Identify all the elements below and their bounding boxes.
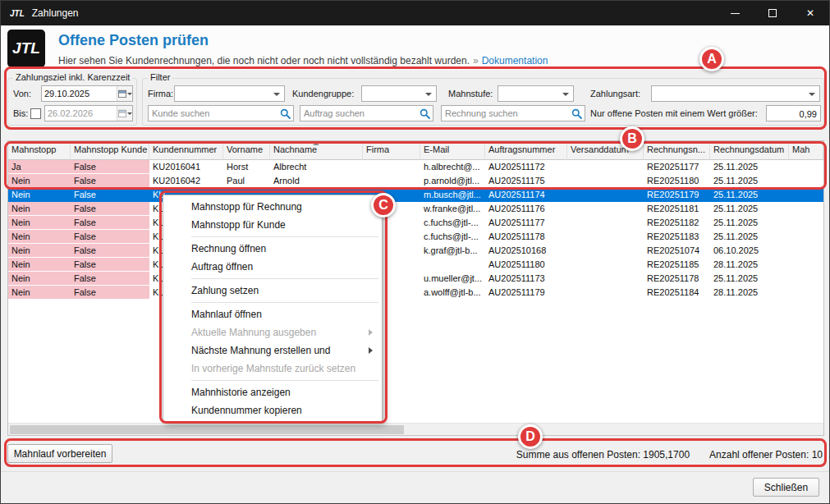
column-header[interactable]: Auftragsnummer [485, 141, 567, 160]
chevron-down-icon [273, 93, 280, 96]
bis-calendar-button[interactable] [117, 106, 132, 121]
kunde-search-input[interactable] [149, 108, 277, 118]
footer-divider [1, 471, 829, 472]
context-menu-item[interactable]: Zahlung setzen [164, 282, 381, 300]
menu-item-label: Mahnstopp für Kunde [191, 219, 286, 231]
table-body: JaFalseKU2016041HorstAlbrechth.albrecht@… [8, 160, 823, 300]
column-header[interactable]: Nachname [270, 141, 363, 160]
close-button[interactable]: ✕ [791, 1, 829, 25]
table-cell: AU202511175 [485, 174, 567, 188]
context-menu-item[interactable]: Mahnlauf öffnen [164, 305, 381, 323]
count-label: Anzahl offener Posten: [709, 449, 809, 460]
table-cell: RE20251182 [644, 216, 710, 230]
rechnung-search-input[interactable] [442, 108, 569, 118]
table-cell: False [71, 286, 149, 300]
table-cell [567, 174, 644, 188]
context-menu-item[interactable]: Mahnhistorie anzeigen [164, 383, 381, 401]
menu-item-label: Auftrag öffnen [191, 261, 253, 273]
column-header[interactable]: Mahnstopp [8, 141, 71, 160]
table-cell: Nein [8, 216, 71, 230]
table-row[interactable]: NeinFalseKUm.busch@jtl...AU202511174RE20… [8, 188, 823, 202]
table-cell: 25.11.2025 [710, 272, 789, 286]
column-header[interactable]: Rechnungsn... [644, 141, 710, 160]
context-menu-item[interactable]: Kundennummer kopieren [164, 401, 381, 419]
menu-item-label: Zahlung setzen [191, 285, 259, 296]
table-cell: c.fuchs@jtl-... [420, 230, 485, 244]
maximize-button[interactable] [754, 1, 791, 25]
table-row[interactable]: NeinFalseKUk.graf@jtl-b...AU202510168RE2… [8, 244, 823, 258]
page-subtitle: Hier sehen Sie Kundenrechnungen, die noc… [58, 55, 548, 66]
filter-group: Filter Firma: Kundengruppe: Mahnstufe: Z… [142, 78, 824, 126]
table-cell: 25.11.2025 [710, 230, 789, 244]
table-row[interactable]: NeinFalseKUc.fuchs@jtl-...AU202511177RE2… [8, 216, 823, 230]
context-menu-item[interactable]: Rechnung öffnen [164, 240, 381, 258]
magnifier-icon[interactable] [417, 108, 433, 119]
column-header[interactable]: Kundennummer [149, 141, 223, 160]
table-cell [567, 286, 644, 300]
prepare-mahnlauf-button[interactable]: Mahnlauf vorbereiten [7, 444, 112, 463]
table-row[interactable]: NeinFalseKUAU202511180RE2025118528.11.20… [8, 258, 823, 272]
menu-separator [191, 236, 378, 237]
magnifier-icon[interactable] [569, 108, 585, 119]
table-cell: Ja [8, 160, 71, 174]
column-header[interactable]: E-Mail [420, 141, 485, 160]
firma-select[interactable] [174, 85, 285, 102]
column-header[interactable]: Vorname [223, 141, 270, 160]
table-cell: False [71, 174, 149, 188]
zahlungsart-label: Zahlungsart: [590, 85, 640, 102]
bis-date-field[interactable]: 26.02.2026 [44, 105, 133, 121]
min-value-fieldbox [766, 105, 821, 121]
mahnstufe-select[interactable] [498, 85, 574, 102]
auftrag-search-input[interactable] [300, 108, 417, 118]
horizontal-scrollbar[interactable] [8, 423, 823, 435]
sum-value: 1905,1700 [643, 449, 690, 460]
minimize-button[interactable] [716, 1, 754, 25]
chevron-down-icon [127, 93, 132, 95]
kundengruppe-select[interactable] [361, 85, 437, 102]
context-menu-item[interactable]: Nächste Mahnung erstellen und [164, 341, 381, 360]
column-header[interactable]: Rechnungsdatum [710, 141, 789, 160]
scrollbar-thumb[interactable] [10, 425, 404, 434]
context-menu-item[interactable]: Auftrag öffnen [164, 258, 381, 276]
table-row[interactable]: NeinFalseKUw.franke@jtl...AU202511176RE2… [8, 202, 823, 216]
table-row[interactable]: NeinFalseKUc.fuchs@jtl-...AU202511178RE2… [8, 230, 823, 244]
context-menu-item[interactable]: In vorherige Mahnstufe zurück setzen [164, 360, 381, 378]
von-date-field[interactable]: 29.10.2025 [41, 85, 133, 102]
table-row[interactable]: JaFalseKU2016041HorstAlbrechth.albrecht@… [8, 160, 823, 174]
table-cell: Nein [8, 286, 71, 300]
titlebar: JTL Zahlungen ✕ [1, 1, 829, 25]
open-items-table: MahnstoppMahnstopp KundeKundennummerVorn… [7, 140, 824, 436]
zahlungsart-select[interactable] [651, 85, 820, 102]
table-cell: 25.11.2025 [710, 216, 789, 230]
magnifier-icon[interactable] [277, 108, 293, 119]
table-row[interactable]: NeinFalseKUu.mueller@jt...AU202511173RE2… [8, 272, 823, 286]
von-calendar-button[interactable] [117, 86, 132, 101]
window: JTL Zahlungen ✕ JTL Offene Posten prüfen… [0, 0, 830, 504]
table-cell [363, 174, 420, 188]
table-cell: AU202510168 [485, 244, 567, 258]
close-dialog-button[interactable]: Schließen [753, 478, 819, 497]
table-row[interactable]: NeinFalseKUa.wolff@jtl-b...AU202511179RE… [8, 286, 823, 300]
column-header[interactable]: Versanddatum [567, 141, 644, 160]
menu-item-label: Kundennummer kopieren [191, 405, 302, 416]
min-value-input[interactable] [767, 107, 820, 121]
table-cell: AU202511172 [485, 160, 567, 174]
context-menu-item[interactable]: Aktuelle Mahnung ausgeben [164, 323, 381, 341]
table-row[interactable]: NeinFalseKU2016042PaulArnoldp.arnold@jtl… [8, 174, 823, 188]
bis-checkbox[interactable] [30, 108, 41, 119]
table-cell [567, 202, 644, 216]
table-cell [789, 216, 823, 230]
table-cell: False [71, 272, 149, 286]
column-header[interactable]: Mah [789, 141, 823, 160]
bis-date-value: 26.02.2026 [45, 108, 117, 118]
table-cell: False [71, 160, 149, 174]
column-header[interactable]: Firma [363, 141, 420, 160]
von-date-value: 29.10.2025 [42, 89, 117, 99]
table-cell: Nein [8, 244, 71, 258]
column-header[interactable]: Mahnstopp Kunde [71, 141, 149, 160]
table-cell: 28.11.2025 [710, 286, 789, 300]
context-menu-item[interactable]: Mahnstopp für Rechnung [164, 198, 381, 216]
context-menu-item[interactable]: Mahnstopp für Kunde [164, 216, 381, 234]
documentation-link[interactable]: Dokumentation [482, 55, 548, 66]
calendar-icon [118, 89, 126, 98]
